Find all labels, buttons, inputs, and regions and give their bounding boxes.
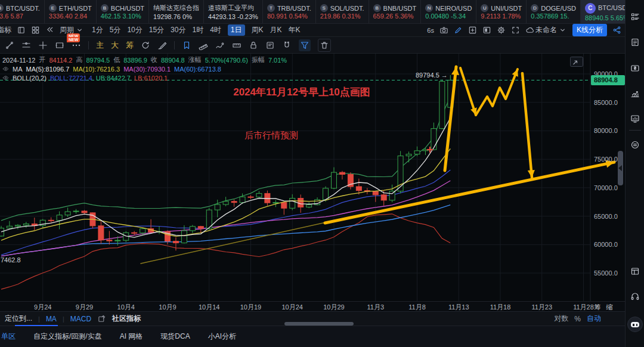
chart-area[interactable]: 2024年11月12号早上10点画图后市行情预测89794.5 →7462.89… xyxy=(0,54,625,311)
locate-button[interactable]: 定位到... xyxy=(5,314,32,324)
market-growth-icon[interactable] xyxy=(630,89,640,101)
sidebar-collapse-handle[interactable] xyxy=(618,151,623,185)
ticker--[interactable]: 纳斯达克综合指19298.76 0% xyxy=(149,0,204,23)
camera-icon[interactable] xyxy=(439,26,448,35)
date-tick: 10月4 xyxy=(112,303,140,312)
replay-icon[interactable] xyxy=(45,26,54,35)
support-headset-icon[interactable] xyxy=(630,292,640,303)
right-sidebar xyxy=(625,0,644,347)
share-icon[interactable] xyxy=(612,26,621,35)
log-scale-button[interactable]: 对数 xyxy=(554,314,568,324)
main-chart-button[interactable]: 主 xyxy=(96,40,104,51)
monitor-chart-icon[interactable] xyxy=(630,114,640,126)
percent-scale-button[interactable]: % xyxy=(574,315,581,323)
ruler-tool-icon[interactable] xyxy=(199,41,208,50)
date-tick: 11月23 xyxy=(528,303,556,312)
rectangle-tool-icon[interactable] xyxy=(55,41,64,50)
timeframe-月K[interactable]: 月K xyxy=(270,25,282,35)
axis-toggle-1[interactable]: 筹 xyxy=(593,303,602,312)
ticker--[interactable]: 道琼斯工业平均44293.13 -0.23% xyxy=(204,0,263,23)
ticker-btc-usdt-[interactable]: CBTC/USDT永续88940.5 5.65% xyxy=(581,0,625,23)
filter-tool-icon[interactable] xyxy=(299,39,311,51)
date-tick: 10月19 xyxy=(237,303,265,312)
ticker-neiro-usd[interactable]: NNEIRO/USD0.00480 -5.34 xyxy=(421,0,476,23)
horizontal-scrollbar[interactable] xyxy=(284,322,354,326)
ticker-trb-usdt-[interactable]: TTRB/USDT.80.991 0.54% xyxy=(263,0,316,23)
ticker-bch-usdt[interactable]: BBCH/USDT462.15 3.10% xyxy=(97,0,149,23)
note-tool-icon[interactable] xyxy=(265,41,275,50)
document-icon[interactable] xyxy=(630,38,640,49)
ticker-doge-usd[interactable]: DDOGE/USD0.357869 15. xyxy=(527,0,581,23)
trendline-tool-icon[interactable] xyxy=(5,41,14,50)
curve-tool-icon[interactable] xyxy=(215,41,225,50)
toolbar-left: 指标 周期 NEW 1分5分10分15分30分1时4时1日周K月K年K xyxy=(0,24,301,36)
multi-chart-icon[interactable] xyxy=(31,26,40,35)
candle-style-icon[interactable] xyxy=(17,26,26,35)
ticker-btc-usdt-[interactable]: BBTC/USDT.03.6 5.87 xyxy=(0,0,45,23)
timeframe-4时[interactable]: 4时 xyxy=(210,25,221,35)
ticker-price: 03.6 5.87 xyxy=(0,13,40,20)
timeframe-1分[interactable]: 1分 xyxy=(92,25,103,35)
timeframe-5分[interactable]: 5分 xyxy=(110,25,121,35)
timeframe-1时[interactable]: 1时 xyxy=(192,25,203,35)
ticker-symbol: TRB/USDT. xyxy=(277,5,311,12)
indicators-button[interactable]: 指标 xyxy=(0,25,11,35)
history-icon[interactable] xyxy=(630,140,640,152)
lock-tool-icon[interactable] xyxy=(249,41,258,50)
layout-save-dropdown[interactable]: 未命名 xyxy=(525,25,567,35)
ticker-symbol: BTC/USDT. xyxy=(6,5,40,12)
divider: | xyxy=(63,315,64,323)
assets-icon[interactable] xyxy=(630,63,640,75)
date-tick: 9月24 xyxy=(29,303,57,312)
auto-scale-button[interactable]: 自动 xyxy=(587,314,601,324)
measure-tool-icon[interactable] xyxy=(232,41,242,50)
community-indicators-button[interactable]: 社区指标 xyxy=(112,314,141,324)
timeframe-周K[interactable]: 周K xyxy=(252,25,264,35)
timeframe-年K[interactable]: 年K xyxy=(289,25,301,35)
add-pane-icon[interactable] xyxy=(468,26,477,35)
gear-icon[interactable] xyxy=(497,26,506,35)
ticker-symbol: BTC/USDT永续 xyxy=(598,4,625,13)
fullscreen-icon[interactable] xyxy=(511,26,520,35)
refresh-icon[interactable] xyxy=(141,41,150,50)
axis-toggle-2[interactable]: 缩 xyxy=(605,303,614,312)
bottom-nav-现货DCA[interactable]: 现货DCA xyxy=(160,331,190,342)
timeframe-15分[interactable]: 15分 xyxy=(149,25,164,35)
coin-icon: E xyxy=(49,4,57,12)
timeframe-30分[interactable]: 30分 xyxy=(171,25,185,35)
bottom-nav-AI 网格[interactable]: AI 网格 xyxy=(120,331,143,342)
coin-icon: B xyxy=(101,4,109,12)
bottom-nav-单区[interactable]: 单区 xyxy=(1,331,16,342)
svg-text:60000.0: 60000.0 xyxy=(594,241,618,248)
pencil-icon[interactable] xyxy=(454,26,463,35)
date-axis[interactable]: 9月249月2910月410月910月1410月1910月2410月2911月3… xyxy=(0,301,625,311)
ai-assistant-robot-icon[interactable] xyxy=(627,317,643,332)
edit-indicator-icon[interactable] xyxy=(97,314,106,323)
kline-analysis-button[interactable]: K线分析 xyxy=(572,24,607,36)
horizontal-line-tool-icon[interactable] xyxy=(21,41,31,50)
ticker-sol-usdt-[interactable]: SSOL/USDT.219.86 0.31% xyxy=(316,0,369,23)
timeframe-10分[interactable]: 10分 xyxy=(127,25,142,35)
bottom-nav-自定义指标/回测/实盘[interactable]: 自定义指标/回测/实盘 xyxy=(33,331,102,342)
macd-tab[interactable]: MACD xyxy=(70,315,91,323)
layout-panel-icon[interactable] xyxy=(630,267,640,278)
timeframe-1日[interactable]: 1日 xyxy=(228,24,245,36)
cross-line-tool-icon[interactable] xyxy=(38,41,48,50)
bottom-nav-小AI分析[interactable]: 小AI分析 xyxy=(208,331,236,342)
template-icon[interactable] xyxy=(482,26,491,35)
trash-tool-icon[interactable] xyxy=(318,39,331,52)
ticker-uni-usdt[interactable]: UUNI/USDT9.2113 1.78% xyxy=(476,0,527,23)
candlestick-chart[interactable]: 2024年11月12号早上10点画图后市行情预测89794.5 →7462.89… xyxy=(0,54,625,301)
bookmark-tool-icon[interactable] xyxy=(182,41,191,50)
ticker-bnb-usdt[interactable]: BBNB/USDT659.26 5.36% xyxy=(369,0,422,23)
ma-tab[interactable]: MA xyxy=(46,315,57,323)
ticker-eth-usdt[interactable]: EETH/USDT3336.40 2.84 xyxy=(45,0,97,23)
ticker-symbol: NEIRO/USD xyxy=(435,5,472,12)
brush-tool-icon[interactable] xyxy=(157,41,167,50)
chip-distribution-button[interactable]: 筹 xyxy=(126,40,134,51)
order-list-icon[interactable] xyxy=(630,12,640,24)
magnet-tool-icon[interactable] xyxy=(282,41,292,50)
ticker-price: 659.26 5.36% xyxy=(373,13,417,20)
big-chart-button[interactable]: 大 xyxy=(111,40,119,51)
date-tick: 10月14 xyxy=(196,303,223,312)
